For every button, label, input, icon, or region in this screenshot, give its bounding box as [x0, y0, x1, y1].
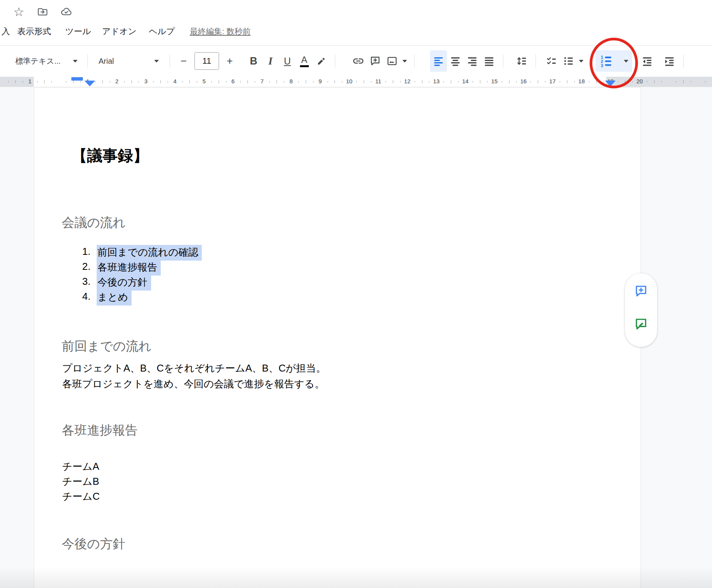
ruler-number: 17	[547, 78, 558, 84]
move-folder-button[interactable]	[35, 5, 50, 19]
suggest-edit-floating-button[interactable]	[633, 316, 649, 332]
justify-icon	[483, 55, 495, 67]
image-icon	[386, 55, 398, 67]
menu-item-insert-cut[interactable]: 入	[2, 26, 10, 37]
italic-button[interactable]: I	[262, 50, 279, 72]
ruler-number: 7	[256, 78, 268, 84]
quick-actions-bar: ☆	[12, 5, 74, 19]
heading-meeting-flow[interactable]: 会議の流れ	[62, 214, 126, 231]
checklist-icon	[546, 55, 557, 67]
bulleted-list-icon	[563, 55, 574, 67]
menu-item-format[interactable]: 表示形式	[17, 26, 51, 37]
list-number: 4.	[71, 291, 91, 302]
checklist-button[interactable]	[543, 50, 560, 72]
line-spacing-button[interactable]	[513, 50, 530, 72]
insert-image-dropdown[interactable]	[400, 50, 409, 72]
chevron-down-icon	[579, 60, 583, 63]
decrease-indent-button[interactable]	[639, 50, 656, 72]
list-item[interactable]: 2. 各班進捗報告	[34, 261, 641, 276]
ruler-number: 4	[169, 78, 181, 84]
align-right-button[interactable]	[464, 50, 481, 72]
increase-font-size-button[interactable]: +	[221, 50, 238, 72]
last-edited-link[interactable]: 最終編集: 数秒前	[190, 26, 251, 37]
ruler-number: 15	[489, 78, 500, 84]
google-docs-window: { "header": { "menu_items": ["入", "表示形式"…	[0, 0, 712, 588]
list-item[interactable]: 3. 今後の方針	[34, 276, 641, 291]
highlight-color-button[interactable]	[313, 50, 330, 72]
add-comment-floating-button[interactable]	[633, 283, 649, 299]
list-item[interactable]: 4. まとめ	[34, 291, 641, 306]
justify-button[interactable]	[481, 50, 498, 72]
insert-link-button[interactable]	[350, 50, 367, 72]
selected-text[interactable]: 今後の方針	[97, 275, 151, 291]
insert-image-button[interactable]	[384, 50, 400, 72]
menu-item-help[interactable]: ヘルプ	[149, 26, 175, 37]
underline-button[interactable]: U	[279, 50, 296, 72]
ruler-number: 13	[430, 78, 442, 84]
bulleted-list-dropdown[interactable]	[577, 50, 585, 72]
ruler-number: 3	[140, 78, 152, 84]
toolbar-divider	[414, 55, 415, 68]
cloud-saved-button[interactable]	[59, 5, 74, 19]
align-left-button[interactable]	[430, 50, 447, 72]
add-comment-button[interactable]	[367, 50, 384, 72]
text-color-button[interactable]: A	[296, 50, 313, 72]
align-center-button[interactable]	[447, 50, 464, 72]
move-folder-icon	[37, 6, 48, 18]
menu-item-addons[interactable]: アドオン	[102, 26, 137, 37]
font-family-value: Arial	[99, 57, 114, 66]
document-background: 【議事録】 会議の流れ 1. 前回までの流れの確認 2. 各班進捗報告 3. 今…	[0, 87, 712, 588]
chevron-down-icon	[73, 60, 77, 63]
ruler-number: 16	[518, 78, 529, 84]
document-title-text[interactable]: 【議事録】	[72, 145, 148, 166]
team-line: チームC	[62, 489, 100, 504]
list-number: 3.	[71, 276, 91, 287]
paragraph-line: 各班プロジェクトを進め、今回の会議で進捗を報告する。	[62, 376, 326, 392]
font-size-input[interactable]: 11	[194, 52, 219, 70]
toolbar-divider	[170, 55, 170, 68]
ruler-number: 10	[343, 78, 355, 84]
paragraph-style-dropdown[interactable]: 標準テキス...	[13, 50, 82, 72]
ruler-number: 2	[111, 78, 123, 84]
selected-text[interactable]: まとめ	[97, 290, 132, 306]
bulleted-list-button[interactable]	[560, 50, 577, 72]
menu-item-tools[interactable]: ツール	[65, 26, 91, 37]
body-paragraph[interactable]: プロジェクトA、B、CをそれぞれチームA、B、Cが担当。 各班プロジェクトを進め…	[62, 360, 326, 392]
team-line: チームB	[62, 474, 100, 489]
chevron-down-icon	[624, 60, 628, 63]
ruler-number: 18	[576, 78, 587, 84]
ruler-number: 8	[285, 78, 297, 84]
floating-action-pill	[625, 273, 657, 347]
comment-add-icon	[369, 55, 381, 67]
heading-previous-flow[interactable]: 前回までの流れ	[62, 338, 152, 355]
first-line-indent-marker[interactable]	[71, 77, 83, 81]
list-number: 2.	[71, 261, 91, 273]
font-family-dropdown[interactable]: Arial	[93, 50, 164, 72]
toolbar-divider	[335, 55, 335, 68]
increase-indent-button[interactable]	[661, 50, 678, 72]
star-button[interactable]: ☆	[12, 5, 26, 19]
ruler-number: 5	[198, 78, 210, 84]
list-item[interactable]: 1. 前回までの流れの確認	[34, 246, 641, 261]
menu-bar: 入 表示形式 ツール アドオン ヘルプ 最終編集: 数秒前	[0, 25, 251, 38]
list-text: 各班進捗報告	[97, 261, 161, 274]
numbered-list-icon: 1 2 3	[599, 54, 613, 68]
decrease-font-size-button[interactable]: −	[175, 50, 192, 72]
numbered-list-button-active[interactable]: 1 2 3	[595, 50, 632, 72]
document-page[interactable]: 【議事録】 会議の流れ 1. 前回までの流れの確認 2. 各班進捗報告 3. 今…	[34, 87, 641, 588]
list-text: まとめ	[97, 291, 132, 304]
heading-team-progress[interactable]: 各班進捗報告	[62, 422, 138, 439]
selected-text[interactable]: 前回までの流れの確認	[97, 245, 202, 261]
right-indent-marker[interactable]	[605, 81, 616, 86]
selected-text[interactable]: 各班進捗報告	[97, 260, 161, 276]
heading-future-policy[interactable]: 今後の方針	[62, 535, 125, 553]
ruler-number: 14	[460, 78, 471, 84]
chevron-down-icon	[402, 60, 407, 63]
svg-text:3: 3	[601, 63, 603, 68]
bold-button[interactable]: B	[245, 50, 262, 72]
star-icon: ☆	[13, 6, 25, 18]
chevron-down-icon	[154, 60, 159, 63]
team-list[interactable]: チームA チームB チームC	[62, 459, 100, 504]
left-indent-marker[interactable]	[84, 81, 95, 86]
align-center-icon	[450, 55, 461, 67]
